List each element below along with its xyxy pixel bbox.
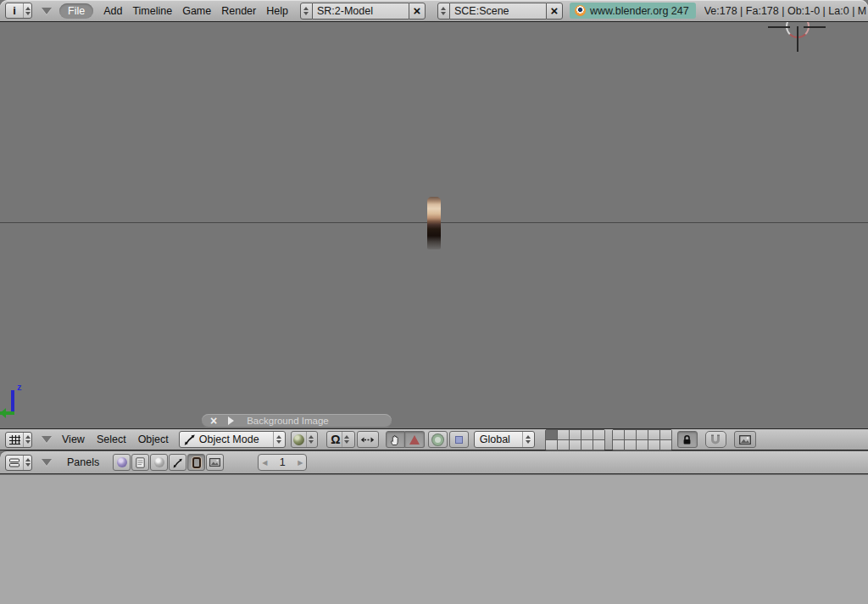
blender-window: i File Add Timeline Game Render Help SR:…	[0, 0, 868, 604]
layer-cell-active[interactable]	[546, 430, 557, 439]
layer-cell[interactable]	[660, 430, 671, 439]
layer-cell[interactable]	[613, 440, 624, 450]
screen-close-button[interactable]: ×	[409, 3, 426, 20]
rotate-donut-icon	[432, 434, 443, 445]
layer-cell[interactable]	[637, 430, 648, 439]
stepper-up-icon	[276, 435, 281, 439]
editor-type-button-buttons[interactable]	[5, 455, 32, 471]
logic-icon	[117, 457, 127, 467]
snap-button[interactable]	[705, 431, 726, 448]
menu-item-view[interactable]: View	[62, 433, 85, 445]
lock-button[interactable]	[677, 431, 698, 448]
menu-item-object[interactable]: Object	[138, 433, 169, 445]
screen-name-field[interactable]: SR:2-Model	[313, 3, 409, 20]
solid-sphere-icon	[293, 434, 304, 445]
hand-icon	[389, 433, 402, 446]
menu-item-select[interactable]: Select	[97, 433, 126, 445]
buttons-window-icon	[6, 457, 23, 468]
pivot-stepper[interactable]	[342, 432, 350, 447]
layer-cell[interactable]	[613, 430, 624, 439]
frame-value[interactable]: 1	[270, 456, 294, 468]
pivot-button[interactable]: Ω	[326, 431, 355, 448]
scene-close-button[interactable]: ×	[546, 3, 563, 20]
frame-number-field[interactable]: ◀ 1 ▶	[258, 454, 307, 471]
header-collapse-arrow-icon[interactable]	[42, 436, 52, 443]
layer-cell[interactable]	[581, 430, 593, 439]
layer-cell[interactable]	[593, 440, 604, 450]
lock-icon	[682, 434, 693, 445]
layer-grid-2[interactable]	[612, 429, 672, 450]
draw-type-stepper[interactable]	[306, 432, 314, 447]
stepper-down-icon	[309, 440, 314, 444]
main-header: i File Add Timeline Game Render Help SR:…	[0, 0, 868, 22]
shading-buttons-button[interactable]	[150, 454, 168, 471]
orientation-dropdown[interactable]: Global	[474, 431, 535, 448]
panel-close-icon[interactable]: ×	[210, 415, 217, 427]
layer-cell[interactable]	[558, 430, 569, 439]
manipulator-hand-button[interactable]	[386, 431, 405, 448]
window-type-button[interactable]: i	[5, 3, 32, 19]
window-type-stepper[interactable]	[23, 3, 31, 18]
panel-expand-icon[interactable]	[228, 417, 234, 425]
layer-cell[interactable]	[660, 440, 671, 450]
editor-type-stepper[interactable]	[23, 456, 31, 470]
menu-item-add[interactable]: Add	[103, 5, 122, 17]
editor-type-stepper[interactable]	[23, 433, 31, 447]
scene-object[interactable]	[427, 197, 441, 249]
manipulator-translate-button[interactable]	[405, 431, 425, 448]
layer-cell[interactable]	[648, 440, 659, 450]
menu-item-timeline[interactable]: Timeline	[132, 5, 172, 17]
object-buttons-button[interactable]	[169, 454, 186, 471]
manipulator-tick-left	[768, 26, 790, 28]
layer-grid-1[interactable]	[545, 429, 605, 450]
manipulator-scale-button[interactable]	[449, 431, 469, 448]
manipulator-toggle-button[interactable]	[357, 431, 379, 448]
menu-item-game[interactable]: Game	[182, 5, 211, 17]
scene-stats-text: Ve:178 | Fa:178 | Ob:1-0 | La:0 | M	[704, 5, 868, 17]
layer-cell[interactable]	[625, 430, 636, 439]
frame-next-icon[interactable]: ▶	[294, 459, 306, 467]
header-collapse-arrow-icon[interactable]	[42, 459, 52, 466]
material-sphere-icon	[154, 457, 164, 467]
stepper-down-icon	[526, 440, 531, 444]
site-badge-text: www.blender.org 247	[590, 5, 689, 17]
buttons-header: Panels ◀ 1 ▶	[0, 450, 868, 474]
layer-cell[interactable]	[637, 440, 648, 450]
script-icon	[136, 457, 145, 468]
menu-item-file[interactable]: File	[59, 3, 93, 19]
background-image-panel-tab[interactable]: × Background Image	[202, 414, 392, 428]
buttons-panel-area[interactable]	[0, 474, 868, 604]
viewport-3d[interactable]: z × Background Image	[0, 22, 868, 428]
editing-buttons-button[interactable]	[187, 454, 205, 471]
menu-item-render[interactable]: Render	[221, 5, 256, 17]
manipulator-tick-right	[804, 26, 826, 28]
version-badge: www.blender.org 247	[570, 3, 696, 19]
editor-type-button-3dview[interactable]	[5, 432, 32, 448]
layer-cell[interactable]	[581, 440, 593, 450]
frame-prev-icon[interactable]: ◀	[259, 459, 270, 467]
layer-cell[interactable]	[558, 440, 569, 450]
mode-dropdown[interactable]: Object Mode	[179, 431, 286, 448]
layer-cell[interactable]	[625, 440, 636, 450]
screen-stepper[interactable]	[300, 3, 313, 20]
render-preview-button[interactable]	[734, 431, 756, 448]
scene-stepper[interactable]	[437, 3, 450, 20]
layer-cell[interactable]	[570, 440, 581, 450]
layer-cell[interactable]	[570, 430, 581, 439]
mode-dropdown-stepper[interactable]	[273, 432, 285, 447]
manipulator-rotate-button[interactable]	[428, 431, 448, 448]
layer-cell[interactable]	[648, 430, 659, 439]
layer-cell[interactable]	[593, 430, 604, 439]
script-buttons-button[interactable]	[131, 454, 149, 471]
header-collapse-arrow-icon[interactable]	[42, 8, 52, 14]
orientation-dropdown-stepper[interactable]	[522, 432, 534, 447]
editing-square-icon	[192, 457, 201, 468]
logic-buttons-button[interactable]	[113, 454, 131, 471]
draw-type-button[interactable]	[291, 431, 318, 448]
scene-name-field[interactable]: SCE:Scene	[450, 3, 546, 20]
panel-title[interactable]: Background Image	[247, 416, 329, 426]
menu-item-help[interactable]: Help	[266, 5, 288, 17]
scene-buttons-button[interactable]	[206, 454, 224, 471]
mode-dropdown-label: Object Mode	[199, 433, 259, 445]
layer-cell[interactable]	[546, 440, 557, 450]
